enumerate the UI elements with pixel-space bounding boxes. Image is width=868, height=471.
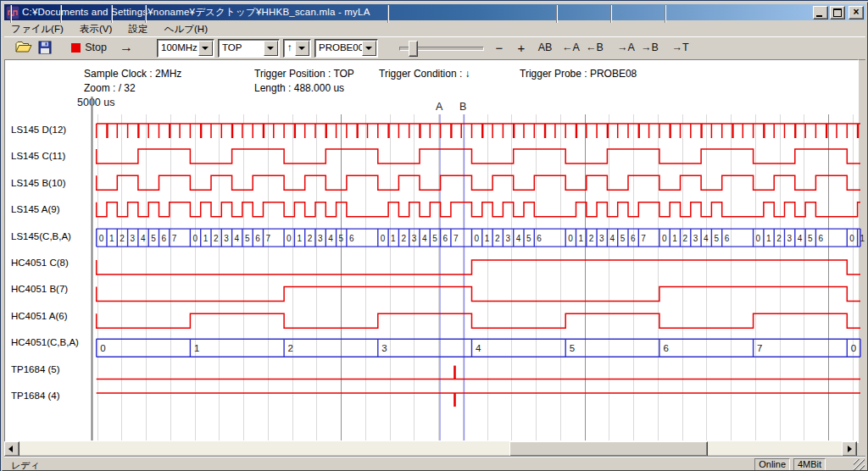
bus-value: 0 xyxy=(287,234,292,243)
bus-value: 1 xyxy=(485,234,490,243)
bus-value: 1 xyxy=(672,234,677,243)
bus-value: 0 xyxy=(851,343,856,353)
status-bar: レディ Online 4MBit xyxy=(4,456,865,471)
bus-value: 5 xyxy=(151,234,156,243)
bus-value: 2 xyxy=(214,234,219,243)
bus-value: 6 xyxy=(663,343,668,353)
bus-value: 4 xyxy=(328,234,333,243)
bus-value: 1 xyxy=(391,234,396,243)
status-memory-badge: 4MBit xyxy=(793,458,826,471)
bus-value: 5 xyxy=(432,234,437,243)
bus-value: 3 xyxy=(505,234,510,243)
strobe-trace-bold xyxy=(108,124,859,138)
bus-value: 3 xyxy=(787,234,793,243)
bus-value: 5 xyxy=(714,234,719,243)
bus-value: 1 xyxy=(579,234,584,243)
wave-trace xyxy=(97,202,860,217)
bus-value: 3 xyxy=(412,234,417,243)
waveform-display[interactable]: 0123456701234567012345601234567012345601… xyxy=(3,3,867,470)
bus-value: 0 xyxy=(192,234,198,243)
bus-value: 4 xyxy=(609,234,615,243)
bus-value: 0 xyxy=(662,234,667,243)
bus-value: 2 xyxy=(589,234,594,243)
bus-value: 1 xyxy=(109,234,114,243)
bus-value: 1 xyxy=(203,234,209,243)
bus-value: 2 xyxy=(401,234,406,243)
bus-value: 6 xyxy=(162,234,167,243)
wave-trace xyxy=(97,149,860,163)
resize-grip-icon[interactable] xyxy=(854,459,865,470)
bus-value: 7 xyxy=(453,234,459,243)
bus-value: 4 xyxy=(235,234,240,243)
bus-value: 5 xyxy=(245,234,250,243)
arrow-left-icon xyxy=(8,446,13,452)
wave-trace xyxy=(97,260,860,274)
scroll-right-button[interactable] xyxy=(842,441,857,457)
scrollbar-thumb[interactable] xyxy=(509,441,708,457)
bus-value: 0 xyxy=(568,234,573,243)
bus-value: 4 xyxy=(516,234,521,243)
arrow-right-icon xyxy=(848,446,852,452)
bus-value: 3 xyxy=(131,234,136,243)
bus-value: 6 xyxy=(443,234,448,243)
bus-value: 7 xyxy=(641,234,646,243)
bus-value: 5 xyxy=(620,234,626,243)
bus-value: 3 xyxy=(318,234,323,243)
bus-value: 6 xyxy=(631,234,636,243)
bus-value: 1 xyxy=(194,343,199,353)
bus-value: 6 xyxy=(725,234,730,243)
bus-value: 3 xyxy=(599,234,604,243)
bus-value: 4 xyxy=(704,234,709,243)
bus-value: 3 xyxy=(381,343,387,353)
bus-value: 6 xyxy=(818,234,823,243)
bus-value: 7 xyxy=(757,343,762,353)
bus-value: 3 xyxy=(693,234,698,243)
bus-value: 7 xyxy=(172,234,177,243)
strobe-trace xyxy=(97,124,860,138)
wave-trace xyxy=(97,313,860,328)
status-online-badge: Online xyxy=(754,458,790,471)
bus-value: 5 xyxy=(526,234,531,243)
scroll-left-button[interactable] xyxy=(4,441,19,457)
status-ready-text: レディ xyxy=(11,459,40,471)
bus-value: 4 xyxy=(422,234,427,243)
wave-trace xyxy=(97,286,860,301)
bus-value: 1 xyxy=(766,234,771,243)
bus-value: 2 xyxy=(776,234,782,243)
bus-value: 6 xyxy=(349,234,354,243)
bus-value: 2 xyxy=(308,234,313,243)
h-scrollbar[interactable] xyxy=(4,441,857,455)
bus-value: 4 xyxy=(798,234,803,243)
bus-value: 0 xyxy=(849,234,854,243)
app-window: C:¥Documents and Settings¥noname¥デスクトップ¥… xyxy=(1,1,868,471)
bus-value: 4 xyxy=(476,343,481,353)
bus-value: 6 xyxy=(255,234,260,243)
bus-value: 1 xyxy=(860,234,865,243)
bus-value: 5 xyxy=(570,343,575,353)
bus-value: 0 xyxy=(756,234,761,243)
bus-value: 5 xyxy=(808,234,813,243)
bus-value: 0 xyxy=(99,234,104,243)
bus-value: 6 xyxy=(537,234,542,243)
bus-value: 4 xyxy=(141,234,146,243)
bus-value: 3 xyxy=(224,234,229,243)
bus-value: 0 xyxy=(381,234,386,243)
bus-value: 7 xyxy=(266,234,271,243)
bus-value: 2 xyxy=(495,234,500,243)
bus-value: 0 xyxy=(100,343,105,353)
bus-value: 2 xyxy=(288,343,293,353)
bus-value: 2 xyxy=(683,234,688,243)
wave-trace xyxy=(97,175,860,190)
bus-value: 2 xyxy=(120,234,125,243)
bus-value: 0 xyxy=(475,234,480,243)
bus-value: 5 xyxy=(339,234,344,243)
bus-value: 1 xyxy=(297,234,302,243)
